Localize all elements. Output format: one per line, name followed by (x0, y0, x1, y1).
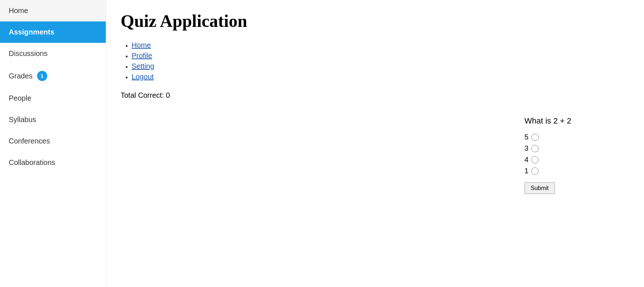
quiz-option-5: 5 (524, 133, 539, 141)
sidebar-item-label: Collaborations (9, 158, 55, 167)
sidebar-item-people[interactable]: People (0, 88, 106, 109)
sidebar-item-label: Grades (9, 72, 33, 80)
quiz-radio-3[interactable] (531, 145, 539, 152)
quiz-question: What is 2 + 2 (524, 116, 571, 126)
sidebar-item-home[interactable]: Home (0, 0, 106, 21)
submit-button[interactable]: Submit (524, 182, 555, 194)
sidebar-item-label: People (9, 94, 31, 102)
main-content: Quiz Application HomeProfileSettingLogou… (106, 0, 644, 287)
sidebar-item-conferences[interactable]: Conferences (0, 130, 106, 152)
sidebar-item-label: Discussions (9, 49, 48, 58)
quiz-option-label: 4 (524, 155, 528, 164)
sidebar-item-label: Conferences (9, 137, 50, 145)
quiz-options: 5341 (524, 133, 571, 175)
nav-link-logout[interactable]: Logout (132, 73, 154, 81)
quiz-option-3: 3 (524, 144, 539, 153)
quiz-option-label: 3 (524, 144, 528, 153)
sidebar-item-syllabus[interactable]: Syllabus (0, 109, 106, 130)
quiz-section: What is 2 + 2 5341 Submit (524, 116, 571, 194)
quiz-radio-4[interactable] (531, 156, 539, 163)
quiz-radio-1[interactable] (531, 167, 539, 175)
quiz-radio-5[interactable] (531, 134, 539, 141)
sidebar-badge: 1 (37, 71, 47, 81)
total-correct: Total Correct: 0 (121, 91, 629, 100)
quiz-option-4: 4 (524, 155, 539, 164)
nav-link-profile[interactable]: Profile (132, 52, 152, 60)
nav-link-setting[interactable]: Setting (132, 62, 154, 70)
nav-links: HomeProfileSettingLogout (121, 41, 629, 81)
sidebar-item-discussions[interactable]: Discussions (0, 43, 106, 64)
nav-link-home[interactable]: Home (132, 41, 151, 49)
quiz-option-label: 5 (524, 133, 528, 141)
page-title: Quiz Application (121, 11, 629, 31)
sidebar-item-collaborations[interactable]: Collaborations (0, 152, 106, 173)
sidebar-item-assignments[interactable]: Assignments (0, 21, 106, 43)
sidebar: HomeAssignmentsDiscussionsGrades1PeopleS… (0, 0, 106, 287)
sidebar-item-label: Home (9, 7, 28, 15)
sidebar-item-label: Assignments (9, 28, 55, 36)
quiz-option-1: 1 (524, 167, 539, 175)
sidebar-item-label: Syllabus (9, 116, 36, 124)
quiz-option-label: 1 (524, 167, 528, 175)
sidebar-item-grades[interactable]: Grades1 (0, 64, 106, 88)
